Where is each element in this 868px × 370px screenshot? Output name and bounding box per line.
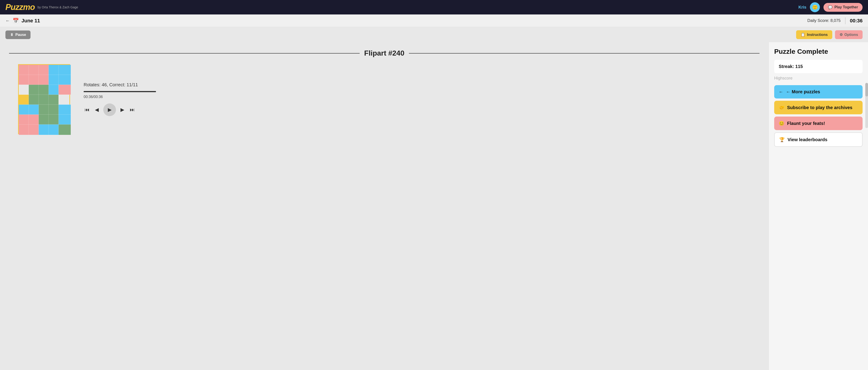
divider: [845, 18, 845, 24]
instructions-label: Instructions: [807, 33, 828, 37]
media-player: Rotates: 46, Correct: 11/11 00:36/00:36 …: [84, 82, 760, 116]
header-left: Puzzmo by Orta Therox & Zach Gage: [5, 2, 78, 12]
pause-label: Pause: [16, 33, 26, 37]
scrollbar-track[interactable]: [865, 83, 868, 128]
scrollbar-thumb[interactable]: [865, 83, 868, 96]
header: Puzzmo by Orta Therox & Zach Gage Kris 🙂…: [0, 0, 868, 14]
playback-controls: ⏮ ◀ ▶ ▶ ⏭: [84, 103, 760, 116]
subscribe-icon: 🤝: [779, 105, 784, 110]
leaderboards-icon: 🏆: [779, 137, 785, 142]
avatar[interactable]: 🙂: [810, 2, 820, 12]
play-button[interactable]: ▶: [103, 103, 116, 116]
flaunt-button[interactable]: 😊 Flaunt your feats!: [774, 116, 863, 130]
logo: Puzzmo: [5, 2, 35, 12]
flaunt-label: Flaunt your feats!: [787, 121, 825, 126]
puzzle-stats: Rotates: 46, Correct: 11/11: [84, 82, 760, 88]
instructions-icon: 📋: [801, 33, 805, 37]
play-together-icon: 💬: [828, 5, 833, 9]
highscore-label: Highscore: [774, 76, 863, 81]
puzzle-body: Rotates: 46, Correct: 11/11 00:36/00:36 …: [9, 64, 760, 134]
options-icon: ⚙: [839, 33, 843, 37]
skip-forward-button[interactable]: ⏭: [129, 106, 135, 113]
progress-bar-container[interactable]: [84, 91, 156, 92]
subheader-left: ← 📅 June 11: [5, 18, 40, 24]
date-label: June 11: [22, 18, 40, 24]
toolbar-right: 📋 Instructions ⚙ Options: [796, 30, 863, 39]
svg-rect-14: [59, 125, 71, 135]
subscribe-button[interactable]: 🤝 Subscribe to play the archives: [774, 101, 863, 114]
main-content: Flipart #240: [0, 42, 868, 370]
puzzle-grid-container: [18, 64, 70, 134]
options-button[interactable]: ⚙ Options: [835, 30, 863, 39]
more-puzzles-button[interactable]: ← ← More puzzles: [774, 85, 863, 99]
panel-title: Puzzle Complete: [774, 48, 863, 55]
daily-score: Daily Score: 8,075: [807, 18, 841, 23]
calendar-icon: 📅: [13, 18, 19, 24]
progress-bar: [84, 91, 156, 92]
right-panel: Puzzle Complete Streak: 115 Highscore ← …: [769, 42, 868, 370]
puzzle-title: Flipart #240: [9, 49, 760, 57]
svg-rect-4: [59, 85, 71, 95]
streak-box: Streak: 115: [774, 60, 863, 73]
header-right: Kris 🙂 💬 Play Together: [798, 2, 863, 12]
options-label: Options: [844, 33, 858, 37]
skip-back-button[interactable]: ⏮: [84, 106, 90, 113]
pause-button[interactable]: ⏸ Pause: [5, 31, 31, 39]
back-button[interactable]: ←: [5, 18, 10, 23]
rewind-button[interactable]: ◀: [94, 106, 100, 113]
timer: 00:36: [850, 18, 863, 24]
subheader: ← 📅 June 11 Daily Score: 8,075 00:36: [0, 14, 868, 27]
svg-rect-8: [29, 95, 59, 105]
instructions-button[interactable]: 📋 Instructions: [796, 30, 832, 39]
more-puzzles-icon: ←: [779, 89, 783, 94]
puzzle-grid: [19, 65, 71, 135]
play-together-button[interactable]: 💬 Play Together: [824, 3, 863, 12]
leaderboards-label: View leaderboards: [787, 137, 827, 142]
username: Kris: [798, 5, 806, 10]
subheader-right: Daily Score: 8,075 00:36: [807, 18, 863, 24]
time-display: 00:36/00:36: [84, 95, 760, 99]
puzzle-area: Flipart #240: [0, 42, 769, 370]
flaunt-icon: 😊: [779, 121, 784, 126]
leaderboards-button[interactable]: 🏆 View leaderboards: [774, 132, 863, 147]
fast-forward-button[interactable]: ▶: [120, 106, 125, 113]
pause-icon: ⏸: [10, 33, 13, 37]
subscribe-label: Subscribe to play the archives: [787, 105, 852, 110]
toolbar: ⏸ Pause 📋 Instructions ⚙ Options: [0, 27, 868, 42]
more-puzzles-label: ← More puzzles: [786, 89, 820, 94]
byline: by Orta Therox & Zach Gage: [37, 5, 78, 9]
play-together-label: Play Together: [834, 5, 858, 9]
